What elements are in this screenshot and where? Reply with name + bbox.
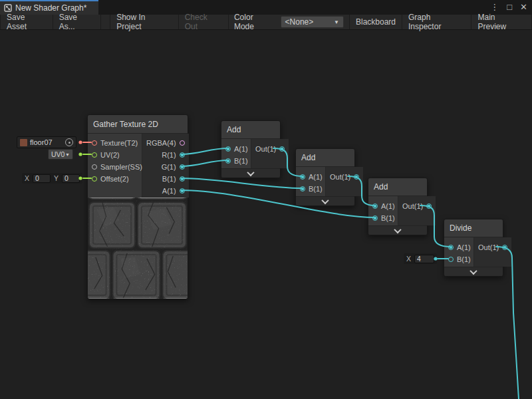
toolbar-gap [101,15,110,29]
color-mode-value: <None> [285,17,314,27]
node-title[interactable]: Add [368,178,427,196]
texture-name: floor07 [30,138,53,146]
output-column: Out(1) [398,196,436,225]
port-label: A(1) [234,145,248,153]
node-add-2[interactable]: Add A(1) B(1) Out(1) [295,148,355,206]
port-label: A(1) [381,202,395,210]
port-label: A(1) [162,187,176,195]
texture-preview-image [88,198,188,299]
object-picker-icon[interactable] [65,138,73,146]
node-title[interactable]: Add [221,121,280,139]
port-row-sampler: Sampler(SS) [88,161,142,173]
port-label: Out(1) [478,243,499,251]
node-body: A(1) B(1) Out(1) [368,196,427,225]
input-port-b[interactable] [448,257,454,262]
output-column: RGBA(4) R(1) G(1) B(1) A(1) [142,134,189,198]
collapse-bar[interactable] [368,225,427,235]
node-add-3[interactable]: Add A(1) B(1) Out(1) [368,178,428,235]
node-divide[interactable]: Divide A(1) B(1) Out(1) [444,219,503,277]
port-row-out: Out(1) [326,171,363,183]
output-column: Out(1) [251,139,289,168]
chevron-down-icon [321,196,329,203]
save-asset-button[interactable]: Save Asset [0,15,53,29]
port-row-b: B(1) [142,173,189,185]
input-port-b[interactable] [225,158,231,164]
output-port[interactable] [426,203,432,209]
chevron-down-icon [394,225,401,233]
texture-object-field[interactable]: floor07 [17,136,76,148]
node-title[interactable]: Divide [444,219,503,237]
port-row-a: A(1) [296,171,325,183]
output-port[interactable] [279,146,285,152]
port-label: Out(1) [402,202,423,210]
port-row-b: B(1) [444,253,473,265]
output-port[interactable] [354,174,359,180]
texture-swatch [20,139,27,146]
input-column: A(1) B(1) [221,139,251,168]
port-label: A(1) [309,173,323,181]
node-title[interactable]: Add [296,149,354,167]
collapse-bar[interactable] [221,168,280,178]
offset-y-input[interactable]: 0 [62,174,80,183]
offset-vector2-field: X 0 Y 0 [22,173,82,184]
input-port-a[interactable] [448,245,454,250]
port-row-uv: UV(2) [88,149,142,161]
chevron-down-icon [247,168,254,176]
graph-inspector-button[interactable]: Graph Inspector [402,15,471,29]
port-label: RGBA(4) [146,139,176,147]
port-label: G(1) [162,163,176,171]
input-port-offset[interactable] [92,176,97,182]
port-label: R(1) [162,151,176,159]
input-column: Texture(T2) UV(2) Sampler(SS) Offset(2) [88,134,142,198]
main-preview-button[interactable]: Main Preview [471,15,532,29]
port-label: Out(1) [255,145,276,153]
port-label: B(1) [162,175,176,183]
port-row-g: G(1) [142,161,189,173]
chevron-down-icon: ▼ [65,152,70,157]
port-row-offset: Offset(2) [88,173,142,185]
tab-title: New Shader Graph* [15,3,86,13]
show-in-project-button[interactable]: Show In Project [110,15,178,29]
node-gather-texture-2d[interactable]: Gather Texture 2D Texture(T2) UV(2) Samp… [87,114,188,299]
node-body: A(1) B(1) Out(1) [221,139,280,168]
uv-channel-value: UV0 [51,150,65,158]
offset-x-input[interactable]: 0 [33,174,51,183]
uv-channel-dropdown[interactable]: UV0 ▼ [48,149,73,160]
node-add-1[interactable]: Add A(1) B(1) Out(1) [221,120,281,178]
port-label: UV(2) [100,151,120,159]
color-mode-dropdown[interactable]: <None> ▼ [281,16,344,28]
check-out-button: Check Out [179,15,229,29]
blackboard-button[interactable]: Blackboard [349,15,402,29]
node-title[interactable]: Gather Texture 2D [88,115,188,134]
collapse-bar[interactable] [444,267,503,276]
port-label: B(1) [234,157,248,165]
input-port-a[interactable] [300,174,305,180]
y-label: Y [54,174,59,182]
input-port-uv[interactable] [92,152,97,158]
divide-b-input[interactable]: 4 [414,255,434,263]
output-port-b[interactable] [180,176,185,182]
port-row-out: Out(1) [251,143,289,155]
input-port-sampler[interactable] [92,164,97,170]
chevron-down-icon: ▼ [334,19,339,25]
save-as-button[interactable]: Save As... [53,15,102,29]
collapse-bar[interactable] [296,196,354,205]
output-port-g[interactable] [180,164,185,170]
output-port-r[interactable] [180,152,185,158]
input-port-texture[interactable] [92,140,97,146]
port-row-out: Out(1) [398,200,436,212]
input-port-a[interactable] [225,146,231,152]
port-row-rgba: RGBA(4) [142,137,189,149]
color-mode-label: Color Mode [229,15,281,29]
port-row-r: R(1) [142,149,189,161]
node-body: A(1) B(1) Out(1) [296,167,354,196]
divide-b-float-field: X 4 [404,253,437,264]
output-port-a[interactable] [180,188,185,194]
input-port-a[interactable] [372,203,378,209]
node-body: Texture(T2) UV(2) Sampler(SS) Offset(2) … [88,134,188,198]
port-row-a: A(1) [368,200,398,212]
output-port-rgba[interactable] [180,140,185,146]
input-port-b[interactable] [300,186,305,192]
input-port-b[interactable] [372,215,378,221]
output-port[interactable] [502,245,507,250]
